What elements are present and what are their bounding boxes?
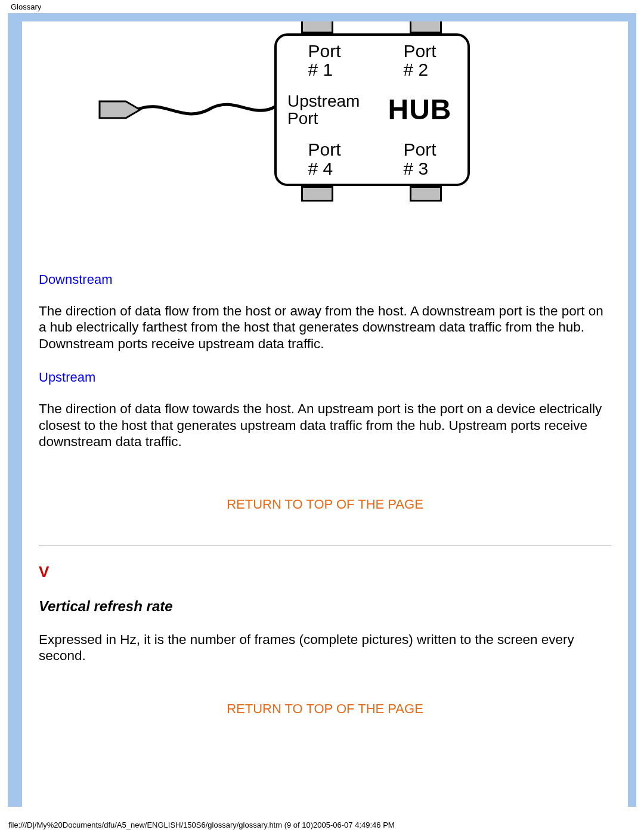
term-heading-downstream: Downstream bbox=[39, 272, 611, 287]
port-1-label: Port # 1 bbox=[277, 36, 372, 85]
port-tab-icon bbox=[301, 186, 333, 202]
port-4-label: Port # 4 bbox=[277, 134, 372, 184]
upstream-port-label: Upstream Port bbox=[277, 85, 372, 135]
term-body-vertical-refresh: Expressed in Hz, it is the number of fra… bbox=[39, 631, 611, 664]
hub-label: HUB bbox=[372, 85, 467, 135]
port-tab-icon bbox=[301, 21, 333, 33]
term-body-upstream: The direction of data flow towards the h… bbox=[39, 401, 611, 450]
port-tab-icon bbox=[410, 186, 442, 202]
page-header-label: Glossary bbox=[11, 2, 41, 11]
page-content: Port # 1 Port # 2 Upstream Port HUB Port… bbox=[22, 21, 628, 807]
term-title-vertical-refresh: Vertical refresh rate bbox=[39, 598, 611, 615]
plug-icon bbox=[98, 98, 141, 122]
hub-diagram: Port # 1 Port # 2 Upstream Port HUB Port… bbox=[39, 21, 611, 224]
port-tab-icon bbox=[410, 21, 442, 33]
section-letter-v: V bbox=[39, 563, 611, 581]
term-body-downstream: The direction of data flow from the host… bbox=[39, 303, 611, 352]
footer-file-path: file:///D|/My%20Documents/dfu/A5_new/ENG… bbox=[8, 820, 395, 829]
port-3-label: Port # 3 bbox=[372, 134, 467, 184]
svg-marker-0 bbox=[100, 101, 140, 118]
page-frame: Port # 1 Port # 2 Upstream Port HUB Port… bbox=[8, 13, 636, 807]
term-heading-upstream: Upstream bbox=[39, 370, 611, 385]
section-divider bbox=[39, 546, 611, 546]
port-2-label: Port # 2 bbox=[372, 36, 467, 85]
hub-box: Port # 1 Port # 2 Upstream Port HUB Port… bbox=[274, 33, 470, 186]
return-to-top-link[interactable]: RETURN TO TOP OF THE PAGE bbox=[39, 701, 611, 717]
return-to-top-link[interactable]: RETURN TO TOP OF THE PAGE bbox=[39, 497, 611, 512]
